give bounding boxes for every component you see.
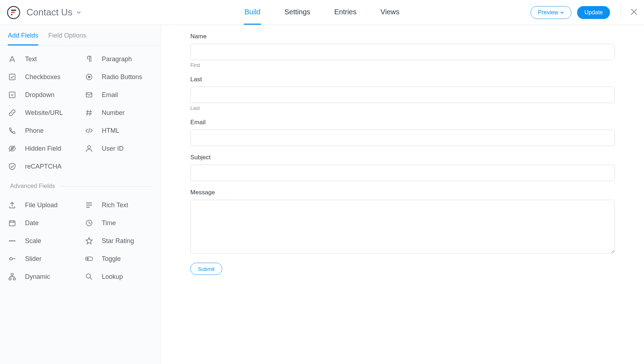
sidebar-tab-field-options[interactable]: Field Options: [48, 32, 86, 45]
field-type-label: Rich Text: [102, 202, 128, 209]
field-type-label: Star Rating: [102, 237, 134, 245]
email-icon: [84, 91, 94, 99]
sidebar-tabs: Add Fields Field Options: [0, 25, 161, 46]
form-field-email[interactable]: Email: [190, 119, 615, 146]
eye-off-icon: [7, 145, 17, 152]
tab-views[interactable]: Views: [380, 0, 400, 25]
field-type-date[interactable]: Date: [4, 214, 80, 232]
sidebar: Add Fields Field Options Text Paragraph: [0, 25, 161, 364]
form-field-subject[interactable]: Subject: [190, 154, 615, 181]
shield-check-icon: [7, 162, 17, 170]
field-type-label: Website/URL: [25, 109, 63, 117]
field-type-star-rating[interactable]: Star Rating: [80, 232, 157, 250]
field-type-label: Text: [25, 55, 37, 63]
dynamic-icon: [7, 273, 17, 281]
search-icon: [84, 273, 94, 281]
sidebar-tab-add-fields[interactable]: Add Fields: [8, 32, 38, 45]
message-textarea[interactable]: [190, 200, 615, 253]
svg-point-6: [88, 76, 90, 78]
close-icon: [630, 8, 638, 15]
svg-rect-11: [9, 221, 15, 226]
subject-input[interactable]: [190, 165, 615, 181]
close-button[interactable]: [630, 8, 638, 17]
form-field-last[interactable]: Last Last: [190, 76, 615, 111]
tab-build[interactable]: Build: [244, 0, 261, 25]
text-icon: [7, 55, 17, 63]
field-type-radio[interactable]: Radio Buttons: [80, 68, 157, 86]
field-type-dropdown[interactable]: Dropdown: [4, 86, 80, 104]
field-type-label: Slider: [25, 255, 42, 263]
field-type-html[interactable]: HTML: [80, 122, 157, 140]
field-type-text[interactable]: Text: [4, 50, 80, 68]
email-input[interactable]: [190, 130, 615, 146]
field-type-slider[interactable]: Slider: [4, 250, 80, 268]
svg-rect-21: [13, 278, 15, 280]
update-button[interactable]: Update: [577, 6, 610, 19]
preview-button-label: Preview: [538, 9, 558, 16]
svg-rect-3: [11, 14, 13, 15]
checkbox-icon: [7, 73, 17, 81]
field-type-recaptcha[interactable]: reCAPTCHA: [4, 157, 80, 175]
field-type-label: Date: [25, 219, 39, 227]
name-first-input[interactable]: [190, 44, 615, 60]
field-type-toggle[interactable]: Toggle: [80, 250, 157, 268]
svg-point-16: [10, 258, 13, 260]
submit-button[interactable]: Submit: [190, 263, 222, 275]
field-type-label: Time: [102, 219, 116, 227]
field-sublabel: Last: [190, 105, 615, 111]
section-label: Advanced Fields: [10, 183, 55, 190]
field-type-label: Number: [102, 109, 125, 117]
field-sublabel: First: [190, 62, 615, 68]
user-icon: [84, 145, 94, 152]
tab-entries[interactable]: Entries: [333, 0, 357, 25]
hash-icon: [84, 109, 94, 117]
name-last-input[interactable]: [190, 87, 615, 103]
field-type-label: Scale: [25, 237, 41, 245]
form-canvas: Name First Last Last Email Subject Messa…: [161, 25, 644, 364]
field-type-number[interactable]: Number: [80, 104, 157, 122]
field-type-scale[interactable]: Scale: [4, 232, 80, 250]
field-type-label: File Upload: [25, 202, 58, 209]
field-type-paragraph[interactable]: Paragraph: [80, 50, 157, 68]
svg-point-10: [88, 146, 91, 149]
caret-down-icon: [76, 11, 81, 14]
paragraph-icon: [84, 55, 94, 63]
calendar-icon: [7, 219, 17, 227]
field-type-label: Hidden Field: [25, 145, 61, 152]
svg-rect-1: [11, 10, 16, 11]
field-type-label: Checkboxes: [25, 73, 60, 81]
form-field-message[interactable]: Message: [190, 189, 615, 255]
radio-icon: [84, 73, 94, 81]
section-advanced-fields: Advanced Fields: [4, 175, 157, 196]
field-type-hidden[interactable]: Hidden Field: [4, 140, 80, 157]
dropdown-icon: [7, 91, 17, 99]
scale-icon: [7, 237, 17, 245]
field-type-label: Toggle: [102, 255, 121, 263]
field-type-checkboxes[interactable]: Checkboxes: [4, 68, 80, 86]
form-title: Contact Us: [26, 7, 73, 18]
field-type-userid[interactable]: User ID: [80, 140, 157, 157]
field-type-rich-text[interactable]: Rich Text: [80, 196, 157, 214]
field-type-lookup[interactable]: Lookup: [80, 268, 157, 286]
phone-icon: [7, 127, 17, 135]
upload-icon: [7, 201, 17, 209]
field-type-file-upload[interactable]: File Upload: [4, 196, 80, 214]
field-type-label: reCAPTCHA: [25, 163, 62, 170]
preview-button[interactable]: Preview: [531, 6, 572, 19]
form-title-dropdown[interactable]: Contact Us: [26, 7, 81, 18]
app-logo: [6, 5, 21, 20]
link-icon: [7, 109, 17, 117]
field-label: Subject: [190, 154, 615, 161]
field-type-time[interactable]: Time: [80, 214, 157, 232]
field-type-label: Email: [102, 91, 118, 99]
slider-icon: [7, 255, 17, 263]
field-type-email[interactable]: Email: [80, 86, 157, 104]
svg-point-18: [87, 258, 89, 260]
field-type-label: Phone: [25, 127, 44, 135]
field-type-website[interactable]: Website/URL: [4, 104, 80, 122]
field-type-label: Radio Buttons: [102, 73, 142, 81]
form-field-name[interactable]: Name First: [190, 33, 615, 68]
tab-settings[interactable]: Settings: [284, 0, 311, 25]
field-type-dynamic[interactable]: Dynamic: [4, 268, 80, 286]
field-type-phone[interactable]: Phone: [4, 122, 80, 140]
